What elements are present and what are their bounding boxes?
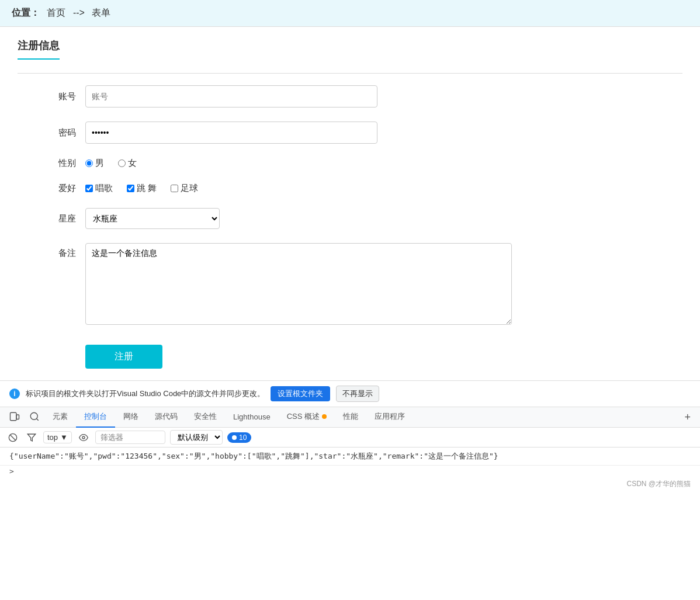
hobby-football-option[interactable]: 足球 [171, 183, 198, 194]
hobby-dance-checkbox[interactable] [127, 185, 134, 192]
breadcrumb-current: 表单 [92, 8, 110, 18]
no-show-button[interactable]: 不再显示 [336, 386, 379, 402]
svg-point-2 [30, 412, 37, 419]
error-dot-icon [232, 435, 237, 440]
tab-application[interactable]: 应用程序 [366, 407, 413, 428]
svg-rect-1 [16, 415, 19, 419]
remark-row: 备注 这是一个备注信息 [41, 243, 682, 325]
tab-css-overview[interactable]: CSS 概述 [279, 407, 335, 428]
hobby-row: 爱好 唱歌 跳 舞 足球 [41, 183, 682, 194]
hobby-checkbox-group: 唱歌 跳 舞 足球 [85, 183, 198, 194]
svg-point-7 [82, 436, 85, 439]
error-count: 10 [239, 433, 247, 442]
main-content: 注册信息 账号 密码 性别 男 女 [0, 27, 700, 380]
tab-lighthouse[interactable]: Lighthouse [225, 407, 279, 428]
tab-device-toggle[interactable] [5, 407, 25, 428]
zodiac-select[interactable]: 水瓶座 白羊座 金牛座 双子座 巨蟹座 狮子座 处女座 天秤座 天蝎座 射手座 … [85, 208, 220, 229]
gender-male-radio[interactable] [85, 159, 93, 167]
hobby-dance-label: 跳 舞 [137, 183, 157, 194]
console-output: {"userName":"账号","pwd":"123456","sex":"男… [0, 448, 700, 466]
context-selector[interactable]: top ▼ [43, 431, 72, 443]
tab-add-button[interactable]: + [680, 411, 695, 424]
css-overview-warning-dot [322, 414, 327, 419]
tab-console[interactable]: 控制台 [76, 407, 115, 428]
gender-radio-group: 男 女 [85, 158, 137, 169]
gender-female-label: 女 [128, 158, 137, 169]
submit-button[interactable]: 注册 [85, 345, 162, 369]
section-divider [18, 73, 682, 74]
tab-performance[interactable]: 性能 [335, 407, 366, 428]
hobby-label: 爱好 [41, 183, 76, 194]
toolbar-eye-button[interactable] [77, 431, 91, 445]
filter-input[interactable] [95, 431, 165, 444]
devtools-tabs: 元素 控制台 网络 源代码 安全性 Lighthouse CSS 概述 性能 应… [0, 407, 700, 428]
breadcrumb-separator: --> [73, 8, 85, 18]
breadcrumb-home[interactable]: 首页 [47, 8, 65, 18]
account-row: 账号 [41, 85, 682, 107]
gender-female-option[interactable]: 女 [118, 158, 137, 169]
gender-male-label: 男 [95, 158, 104, 169]
breadcrumb-bar: 位置： 首页 --> 表单 [0, 0, 700, 27]
devtools-banner-text: 标识项目的根文件夹以打开Visual Studio Code中的源文件并同步更改… [26, 389, 265, 399]
tab-security[interactable]: 安全性 [186, 407, 225, 428]
devtools-toolbar: top ▼ 默认级别 10 [0, 428, 700, 448]
remark-textarea[interactable]: 这是一个备注信息 [85, 243, 512, 325]
tab-elements[interactable]: 元素 [44, 407, 76, 428]
toolbar-clear-button[interactable] [6, 431, 20, 445]
log-level-select[interactable]: 默认级别 [170, 430, 223, 445]
gender-row: 性别 男 女 [41, 158, 682, 169]
account-label: 账号 [41, 91, 76, 102]
zodiac-label: 星座 [41, 213, 76, 224]
gender-female-radio[interactable] [118, 159, 126, 167]
tab-sources[interactable]: 源代码 [147, 407, 186, 428]
set-root-button[interactable]: 设置根文件夹 [271, 386, 330, 401]
tab-network[interactable]: 网络 [115, 407, 147, 428]
footer-watermark: CSDN @才华的熊猫 [0, 477, 700, 491]
hobby-dance-option[interactable]: 跳 舞 [127, 183, 157, 194]
svg-line-3 [36, 418, 38, 420]
devtools-banner: i 标识项目的根文件夹以打开Visual Studio Code中的源文件并同步… [0, 380, 700, 407]
toolbar-filter-button[interactable] [25, 431, 39, 445]
hobby-football-label: 足球 [181, 183, 198, 194]
hobby-sing-checkbox[interactable] [85, 185, 93, 192]
svg-line-5 [10, 435, 15, 440]
gender-male-option[interactable]: 男 [85, 158, 104, 169]
watermark-text: CSDN @才华的熊猫 [626, 480, 691, 488]
password-input[interactable] [85, 122, 377, 144]
password-label: 密码 [41, 127, 76, 138]
breadcrumb-position-label: 位置： [12, 8, 40, 18]
context-value: top [47, 433, 58, 442]
svg-marker-6 [27, 434, 35, 441]
remark-label: 备注 [41, 248, 76, 259]
zodiac-row: 星座 水瓶座 白羊座 金牛座 双子座 巨蟹座 狮子座 处女座 天秤座 天蝎座 射… [41, 208, 682, 229]
console-expand-arrow[interactable]: > [0, 466, 700, 477]
hobby-sing-label: 唱歌 [95, 183, 113, 194]
registration-form: 账号 密码 性别 男 女 爱好 [18, 85, 682, 369]
error-count-badge: 10 [227, 432, 251, 443]
gender-label: 性别 [41, 158, 76, 169]
account-input[interactable] [85, 85, 377, 107]
section-title: 注册信息 [18, 39, 60, 60]
password-row: 密码 [41, 122, 682, 144]
svg-rect-0 [11, 412, 17, 421]
hobby-sing-option[interactable]: 唱歌 [85, 183, 113, 194]
tab-inspect[interactable] [25, 407, 44, 428]
console-output-text: {"userName":"账号","pwd":"123456","sex":"男… [9, 452, 498, 460]
hobby-football-checkbox[interactable] [171, 185, 178, 192]
context-dropdown-icon: ▼ [60, 433, 68, 442]
info-icon: i [9, 389, 20, 399]
